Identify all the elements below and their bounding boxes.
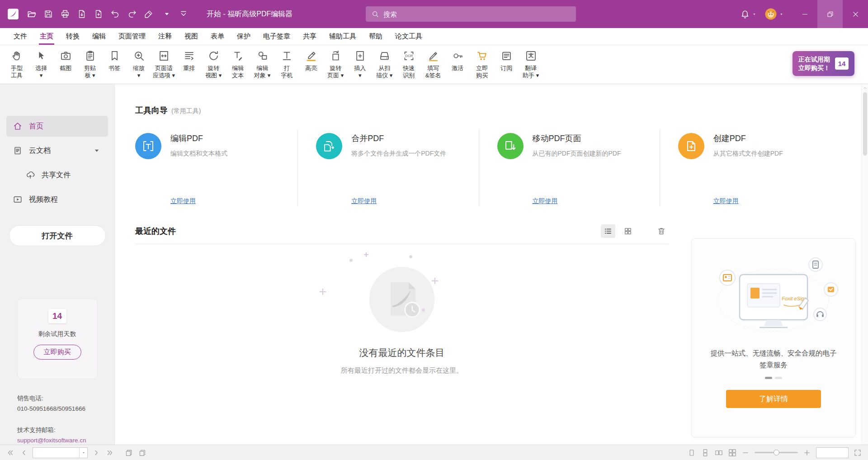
fullscreen-icon[interactable] <box>854 449 862 457</box>
tool-rotate-view[interactable]: 旋转 视图 ▾ <box>201 50 226 79</box>
menu-item-comment[interactable]: 注释 <box>152 28 178 45</box>
tool-activate[interactable]: 激活 <box>445 50 470 72</box>
menu-item-organize[interactable]: 页面管理 <box>112 28 152 45</box>
list-view-button[interactable] <box>601 224 615 238</box>
tool-zoom[interactable]: 缩放 ▾ <box>127 50 151 79</box>
menu-item-view[interactable]: 视图 <box>178 28 204 45</box>
zoom-value-box[interactable] <box>816 447 849 458</box>
tool-hand[interactable]: 手型 工具 <box>5 50 29 79</box>
avatar[interactable] <box>764 7 778 21</box>
close-button[interactable] <box>843 0 868 28</box>
tool-select[interactable]: 选择 ▾ <box>29 50 53 79</box>
tool-rotate-page[interactable]: 旋转 页面 ▾ <box>323 50 348 79</box>
zoom-slider-thumb[interactable] <box>774 450 779 455</box>
menu-item-accessibility[interactable]: 辅助工具 <box>323 28 363 45</box>
menu-item-help[interactable]: 帮助 <box>363 28 389 45</box>
menu-item-convert[interactable]: 转换 <box>60 28 86 45</box>
tool-snapshot[interactable]: 截图 <box>53 50 78 72</box>
tool-ocr[interactable]: OCR快速 识别 <box>396 50 421 79</box>
carousel-dot[interactable] <box>775 377 782 379</box>
tool-typewriter[interactable]: 打 字机 <box>274 50 299 79</box>
tool-buy[interactable]: 立即 购买 <box>470 50 494 79</box>
menu-item-share[interactable]: 共享 <box>297 28 323 45</box>
collapse-toolbar-icon[interactable] <box>179 9 189 19</box>
bell-icon[interactable] <box>740 9 750 19</box>
trial-banner[interactable]: 正在试用期 立即购买！ 14 <box>793 51 854 76</box>
tool-subscribe[interactable]: 订阅 <box>494 50 519 72</box>
menu-item-paper-tools[interactable]: 论文工具 <box>389 28 429 45</box>
menu-item-file[interactable]: 文件 <box>7 28 33 45</box>
search-input[interactable] <box>383 10 571 18</box>
zoom-in-icon[interactable] <box>803 449 811 457</box>
vertical-scrollbar[interactable] <box>861 84 868 445</box>
clear-recent-button[interactable] <box>654 224 669 238</box>
tool-insert[interactable]: 插入 ▾ <box>348 50 372 79</box>
page-number-box[interactable] <box>33 447 88 458</box>
tool-edit-text[interactable]: 编辑 文本 <box>226 50 250 79</box>
undo-icon[interactable] <box>110 9 120 19</box>
buy-now-button[interactable]: 立即购买 <box>33 345 81 360</box>
support-email-link[interactable]: support@foxitsoftware.cn <box>17 435 114 446</box>
carousel-dot[interactable] <box>765 377 772 379</box>
global-search-box[interactable] <box>366 6 576 22</box>
create-pdf-doc-icon[interactable] <box>94 9 104 19</box>
save-icon[interactable] <box>43 9 53 19</box>
zoom-out-icon[interactable] <box>741 449 750 457</box>
first-page-icon[interactable] <box>6 449 14 457</box>
grid-view-button[interactable] <box>621 224 635 238</box>
use-now-link-merge-pdf[interactable]: 立即使用 <box>351 197 446 206</box>
sidebar-item-home[interactable]: 首页 <box>6 116 108 137</box>
statusbar <box>0 445 868 460</box>
next-page-icon[interactable] <box>92 449 100 457</box>
tool-translate[interactable]: 翻译 助手 ▾ <box>519 50 543 79</box>
notifications-caret-icon[interactable] <box>752 12 757 17</box>
export-pdf-icon[interactable] <box>77 9 87 19</box>
page-number-input[interactable] <box>33 449 79 456</box>
zoom-value-input[interactable] <box>816 448 848 458</box>
menu-item-protect[interactable]: 保护 <box>231 28 257 45</box>
tool-clipboard[interactable]: 剪贴 板 ▾ <box>78 50 102 79</box>
last-page-icon[interactable] <box>106 449 114 457</box>
caret-down-icon[interactable] <box>162 9 172 19</box>
menu-item-form[interactable]: 表单 <box>204 28 231 45</box>
menu-item-esign[interactable]: 电子签章 <box>257 28 297 45</box>
tool-highlight[interactable]: 高亮 <box>299 50 323 72</box>
sidebar-item-video-tutorials[interactable]: 视频教程 <box>6 189 108 210</box>
scrollbar-thumb[interactable] <box>863 92 867 156</box>
use-now-link-edit-pdf[interactable]: 立即使用 <box>170 197 227 206</box>
menubar: 文件主页转换编辑页面管理注释视图表单保护电子签章共享辅助工具帮助论文工具 <box>0 28 868 45</box>
snapshot-pages-icon[interactable] <box>125 449 133 457</box>
sidebar-item-shared-files[interactable]: 共享文件 <box>6 165 108 185</box>
tool-bookmark[interactable]: 书签 <box>102 50 127 72</box>
use-now-link-move-pages[interactable]: 立即使用 <box>533 197 621 206</box>
scroll-up-button[interactable] <box>862 84 868 91</box>
single-page-icon[interactable] <box>688 449 696 457</box>
page-box-caret-icon[interactable] <box>79 448 87 458</box>
account-caret-icon[interactable] <box>779 12 784 17</box>
sidebar-item-cloud-docs[interactable]: 云文档 <box>6 140 108 161</box>
tool-scanner[interactable]: 从扫 描仪 ▾ <box>372 50 396 79</box>
tool-fill-sign[interactable]: 填写 &签名 <box>421 50 445 79</box>
facing-continuous-icon[interactable] <box>728 449 736 457</box>
facing-pages-icon[interactable] <box>715 449 723 457</box>
esign-pen-icon[interactable] <box>144 9 154 19</box>
restore-button[interactable] <box>817 0 843 28</box>
menu-item-home[interactable]: 主页 <box>33 28 60 45</box>
learn-more-button[interactable]: 了解详情 <box>726 390 821 408</box>
move-pages-card-icon <box>497 133 524 159</box>
clipboard-pages-icon[interactable] <box>138 449 146 457</box>
open-file-button[interactable]: 打开文件 <box>9 225 106 246</box>
prev-page-icon[interactable] <box>20 449 28 457</box>
continuous-page-icon[interactable] <box>701 449 709 457</box>
caret-down-icon[interactable] <box>92 146 102 156</box>
print-icon[interactable] <box>60 9 70 19</box>
redo-icon[interactable] <box>127 9 137 19</box>
minimize-button[interactable] <box>792 0 817 28</box>
tool-reflow[interactable]: 重排 <box>177 50 201 72</box>
tool-fit-options[interactable]: 页面适 应选项 ▾ <box>151 50 177 79</box>
tool-edit-object[interactable]: 编辑 对象 ▾ <box>250 50 274 79</box>
menu-item-edit[interactable]: 编辑 <box>86 28 112 45</box>
use-now-link-create-pdf[interactable]: 立即使用 <box>713 197 783 206</box>
zoom-slider[interactable] <box>755 452 798 453</box>
open-folder-icon[interactable] <box>27 9 37 19</box>
